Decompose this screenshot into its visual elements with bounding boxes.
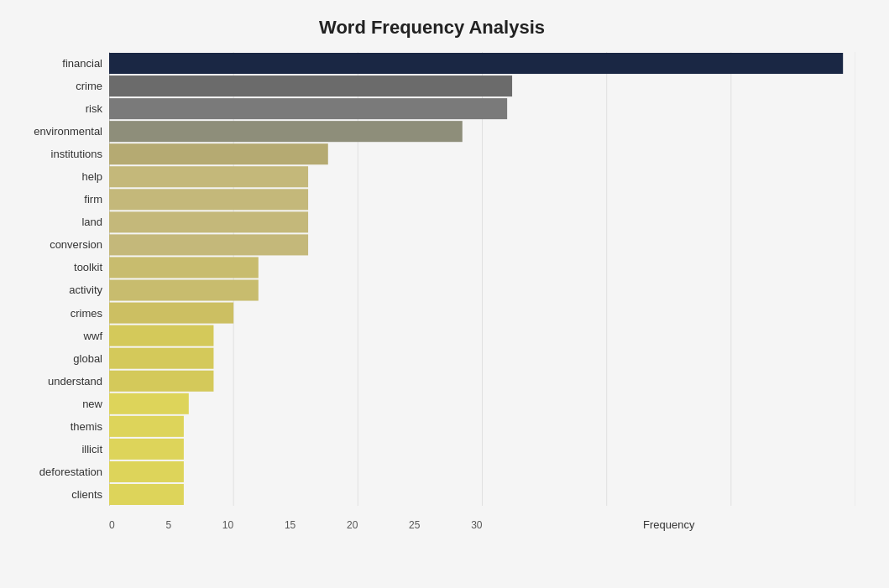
y-label: environmental <box>34 120 102 142</box>
y-label: toolkit <box>74 257 102 278</box>
bar-rect <box>109 166 308 187</box>
bar-rect <box>109 121 463 142</box>
y-label: themis <box>71 416 102 438</box>
y-label: deforestation <box>39 461 102 483</box>
bar-rect <box>109 393 189 414</box>
x-tick: 15 <box>285 519 295 531</box>
bar-rect <box>109 484 184 505</box>
y-label: illicit <box>81 439 102 461</box>
y-label: crimes <box>71 302 102 324</box>
y-label: firm <box>84 189 102 211</box>
x-ticks: 051015202530 <box>109 516 483 531</box>
y-label: help <box>81 165 102 187</box>
y-label: global <box>73 347 102 369</box>
bar-rect <box>109 416 184 437</box>
x-axis-label: Frequency <box>483 518 856 531</box>
bar-rect <box>109 371 213 392</box>
x-tick: 0 <box>109 519 115 531</box>
y-label: financial <box>62 52 102 74</box>
bar-rect <box>109 75 512 96</box>
bar-rect <box>109 303 233 324</box>
y-label: crime <box>76 75 102 96</box>
chart-area: financialcrimeriskenvironmentalinstituti… <box>8 52 855 531</box>
x-tick: 25 <box>409 519 420 531</box>
y-label: understand <box>48 370 102 392</box>
bar-rect <box>109 234 308 255</box>
chart-title: Word Frequency Analysis <box>8 17 855 39</box>
bar-rect <box>109 143 328 164</box>
bar-rect <box>109 280 259 301</box>
bar-rect <box>109 439 184 460</box>
y-label: conversion <box>50 234 102 256</box>
y-label: clients <box>71 484 102 506</box>
y-label: land <box>81 211 102 233</box>
bar-rect <box>109 98 507 119</box>
bar-rect <box>109 211 308 232</box>
y-label: new <box>82 393 102 414</box>
y-label: wwf <box>84 325 102 346</box>
bar-rect <box>109 257 259 278</box>
bars-svg <box>109 52 855 506</box>
x-axis: 051015202530 Frequency <box>109 506 855 531</box>
bars-wrapper <box>109 52 855 506</box>
x-tick: 10 <box>222 519 233 531</box>
x-tick: 5 <box>165 519 171 531</box>
y-label: risk <box>86 97 102 119</box>
y-axis: financialcrimeriskenvironmentalinstituti… <box>8 52 109 531</box>
chart-container: Word Frequency Analysis financialcrimeri… <box>0 0 889 588</box>
x-tick: 20 <box>347 519 358 531</box>
bar-rect <box>109 348 213 369</box>
y-label: institutions <box>51 143 102 164</box>
bar-rect <box>109 189 308 210</box>
x-tick: 30 <box>471 519 482 531</box>
plot-area: 051015202530 Frequency <box>109 52 855 531</box>
y-label: activity <box>69 279 102 301</box>
bar-rect <box>109 53 843 74</box>
bar-rect <box>109 325 213 346</box>
bar-rect <box>109 461 184 482</box>
